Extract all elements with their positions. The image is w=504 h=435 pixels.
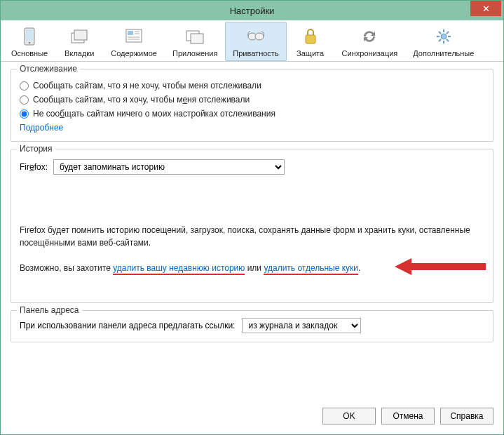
addressbar-select[interactable]: из журнала и закладок bbox=[242, 318, 361, 333]
clear-history-link[interactable]: удалить вашу недавнюю историю bbox=[113, 263, 245, 275]
close-button[interactable]: ✕ bbox=[470, 1, 501, 16]
tracking-label-3[interactable]: Не сообщать сайтам ничего о моих настрой… bbox=[33, 109, 275, 119]
svg-rect-1 bbox=[26, 29, 33, 41]
tracking-label-1[interactable]: Сообщать сайтам, что я не хочу, чтобы ме… bbox=[33, 81, 261, 91]
history-info-text: Firefox будет помнить историю посещений,… bbox=[20, 224, 484, 249]
svg-line-22 bbox=[447, 39, 449, 41]
tab-tabs[interactable]: Вкладки bbox=[55, 22, 103, 61]
dialog-buttons: OK Отмена Справка bbox=[1, 399, 503, 434]
history-mode-select[interactable]: будет запоминать историю bbox=[53, 159, 285, 175]
tab-content[interactable]: Содержимое bbox=[103, 22, 165, 61]
tracking-group: Отслеживание Сообщать сайтам, что я не х… bbox=[11, 69, 493, 142]
general-icon bbox=[20, 27, 39, 46]
ok-button[interactable]: OK bbox=[322, 408, 376, 424]
content-icon bbox=[124, 27, 144, 46]
history-action-text: Возможно, вы захотите удалить вашу недав… bbox=[20, 262, 484, 274]
privacy-icon bbox=[246, 27, 266, 46]
cancel-button[interactable]: Отмена bbox=[381, 408, 435, 424]
tab-applications[interactable]: Приложения bbox=[165, 22, 225, 61]
addressbar-label: При использовании панели адреса предлага… bbox=[20, 321, 235, 330]
svg-rect-4 bbox=[74, 30, 87, 40]
tracking-radio-1[interactable] bbox=[20, 81, 29, 91]
tracking-radio-3[interactable] bbox=[20, 109, 29, 119]
svg-rect-15 bbox=[306, 35, 315, 44]
svg-point-14 bbox=[255, 33, 264, 40]
svg-point-2 bbox=[29, 42, 31, 44]
addressbar-group: Панель адреса При использовании панели а… bbox=[11, 310, 493, 342]
security-icon bbox=[301, 27, 320, 46]
history-title: История bbox=[17, 144, 55, 154]
addressbar-title: Панель адреса bbox=[17, 305, 82, 315]
titlebar: Настройки ✕ bbox=[1, 1, 503, 20]
tracking-radio-2[interactable] bbox=[20, 95, 29, 105]
tracking-label-2[interactable]: Сообщать сайтам, что я хочу, чтобы меня … bbox=[33, 95, 250, 105]
tab-general[interactable]: Основные bbox=[4, 22, 55, 61]
help-button[interactable]: Справка bbox=[440, 408, 493, 424]
applications-icon bbox=[185, 27, 205, 46]
svg-line-21 bbox=[439, 32, 441, 34]
history-group: История Firefox: будет запоминать истори… bbox=[11, 149, 493, 303]
tab-security[interactable]: Защита bbox=[287, 22, 334, 61]
content-area: Отслеживание Сообщать сайтам, что я не х… bbox=[1, 62, 503, 399]
tracking-title: Отслеживание bbox=[17, 64, 80, 74]
settings-window: Настройки ✕ Основные Вкладки Содержимое bbox=[0, 0, 504, 435]
tab-sync[interactable]: Синхронизация bbox=[334, 22, 406, 61]
history-app-label: Firefox: bbox=[20, 162, 48, 172]
svg-line-24 bbox=[447, 32, 449, 34]
svg-point-16 bbox=[441, 34, 447, 39]
advanced-icon bbox=[434, 27, 454, 46]
svg-rect-12 bbox=[191, 34, 203, 44]
tracking-more-link[interactable]: Подробнее bbox=[20, 123, 63, 133]
window-title: Настройки bbox=[1, 6, 503, 16]
svg-rect-6 bbox=[128, 31, 133, 35]
tabs-icon bbox=[69, 27, 89, 46]
tab-advanced[interactable]: Дополнительные bbox=[405, 22, 482, 61]
toolbar: Основные Вкладки Содержимое Приложения П… bbox=[1, 20, 503, 62]
svg-line-23 bbox=[439, 39, 441, 41]
clear-cookies-link[interactable]: удалить отдельные куки bbox=[264, 263, 358, 275]
tab-privacy[interactable]: Приватность bbox=[225, 22, 286, 61]
sync-icon bbox=[360, 27, 379, 46]
